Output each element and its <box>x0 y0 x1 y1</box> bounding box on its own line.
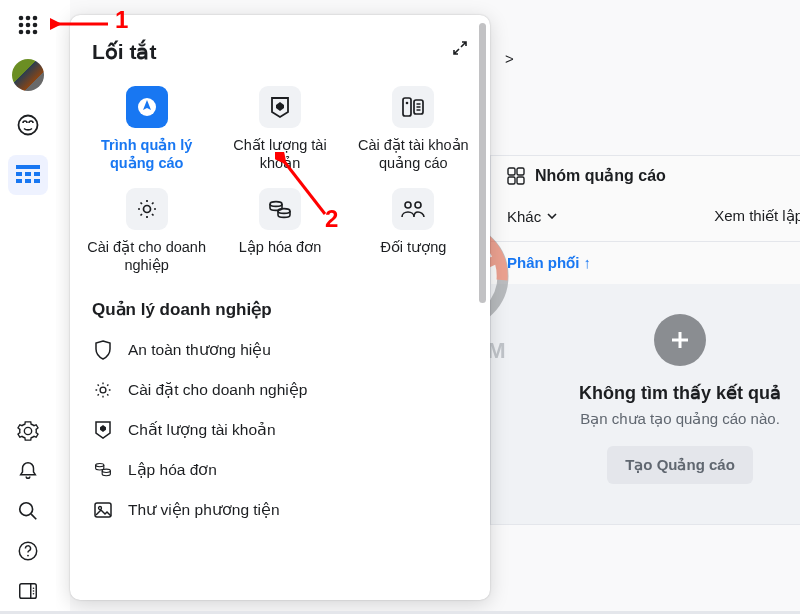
image-icon <box>92 499 114 521</box>
card-title: Nhóm quảng cáo <box>535 166 666 185</box>
svg-line-18 <box>31 514 36 519</box>
svg-point-23 <box>33 587 35 589</box>
list-business-settings[interactable]: Cài đặt cho doanh nghiệp <box>80 370 480 410</box>
svg-point-25 <box>33 593 35 595</box>
caret-down-icon <box>547 213 557 219</box>
panel-title: Lối tắt <box>70 15 490 72</box>
annotation-number-2: 2 <box>325 205 338 233</box>
shield-badge-icon <box>92 419 114 441</box>
sidebar-help[interactable] <box>8 538 48 564</box>
svg-rect-15 <box>25 179 31 183</box>
section-business-management: Quản lý doanh nghiệp <box>70 295 490 330</box>
apps-menu-button[interactable] <box>8 5 48 45</box>
shortcut-business-settings[interactable]: Cài đặt cho doanh nghiệp <box>80 184 213 278</box>
list-brand-safety[interactable]: An toàn thương hiệu <box>80 330 480 370</box>
empty-state: Không tìm thấy kết quả Bạn chưa tạo quản… <box>491 284 800 524</box>
annotation-arrow-1 <box>50 14 112 34</box>
shortcut-label: Trình quản lý quảng cáo <box>87 136 207 172</box>
svg-point-3 <box>19 23 24 28</box>
adset-icon <box>507 167 525 185</box>
svg-point-5 <box>33 23 38 28</box>
svg-rect-34 <box>403 98 411 116</box>
shortcut-ads-manager[interactable]: Trình quản lý quảng cáo <box>80 82 213 176</box>
gear-icon <box>17 420 39 442</box>
svg-point-35 <box>406 102 409 105</box>
sidebar-search[interactable] <box>8 498 48 524</box>
svg-rect-27 <box>517 168 524 175</box>
plus-icon <box>667 327 693 353</box>
annotation-number-1: 1 <box>115 6 128 34</box>
svg-rect-12 <box>25 172 31 176</box>
shortcuts-panel: Lối tắt Trình quản lý quảng cáo Chất lượ… <box>70 15 490 600</box>
svg-point-46 <box>96 463 104 466</box>
shortcut-label: Cài đặt cho doanh nghiệp <box>87 238 207 274</box>
svg-point-1 <box>26 16 31 21</box>
svg-point-24 <box>33 590 35 592</box>
sidebar-gauge[interactable] <box>8 105 48 145</box>
left-sidebar <box>0 0 56 614</box>
svg-point-20 <box>27 555 29 557</box>
svg-rect-11 <box>16 172 22 176</box>
svg-point-9 <box>19 116 38 135</box>
list-label: An toàn thương hiệu <box>128 341 271 359</box>
bell-icon <box>17 460 39 482</box>
empty-subtitle: Bạn chưa tạo quảng cáo nào. <box>515 410 800 428</box>
create-ad-button[interactable]: Tạo Quảng cáo <box>607 446 753 484</box>
svg-rect-10 <box>16 165 40 169</box>
adset-card: Nhóm quảng cáo Khác Xem thiết lập Phân p… <box>490 155 800 525</box>
svg-point-6 <box>19 30 24 35</box>
shortcut-audiences[interactable]: Đối tượng <box>347 184 480 278</box>
svg-rect-13 <box>34 172 40 176</box>
list-label: Lập hóa đơn <box>128 461 217 479</box>
svg-line-51 <box>283 160 325 214</box>
list-account-quality[interactable]: Chất lượng tài khoản <box>80 410 480 450</box>
svg-point-44 <box>415 202 421 208</box>
shield-badge-icon <box>269 95 291 119</box>
gauge-icon <box>16 113 40 137</box>
shortcut-label: Đối tượng <box>380 238 446 256</box>
shortcut-label: Lập hóa đơn <box>239 238 322 256</box>
breadcrumb: > <box>505 50 514 67</box>
toggle-label: Xem thiết lập <box>714 207 800 225</box>
shortcut-ad-account-settings[interactable]: Cài đặt tài khoản quảng cáo <box>347 82 480 176</box>
coins-icon <box>92 459 114 481</box>
list-label: Cài đặt cho doanh nghiệp <box>128 381 307 399</box>
grid-icon <box>17 14 39 36</box>
svg-point-43 <box>405 202 411 208</box>
sidebar-settings[interactable] <box>8 418 48 444</box>
svg-rect-14 <box>16 179 22 183</box>
table-icon <box>16 165 40 185</box>
search-icon <box>17 500 39 522</box>
sidebar-notifications[interactable] <box>8 458 48 484</box>
empty-plus-circle <box>654 314 706 366</box>
svg-point-0 <box>19 16 24 21</box>
shield-icon <box>92 339 114 361</box>
list-label: Chất lượng tài khoản <box>128 421 276 439</box>
sort-column[interactable]: Phân phối ↑ <box>507 254 591 272</box>
gear-icon <box>92 379 114 401</box>
panel-icon <box>17 580 39 602</box>
gear-icon <box>135 197 159 221</box>
svg-point-45 <box>100 387 106 393</box>
svg-point-40 <box>143 206 150 213</box>
account-settings-icon <box>401 96 425 118</box>
svg-rect-16 <box>34 179 40 183</box>
list-media-library[interactable]: Thư viện phương tiện <box>80 490 480 530</box>
svg-point-17 <box>20 503 33 516</box>
svg-rect-48 <box>95 503 111 517</box>
expand-panel-button[interactable] <box>452 40 468 61</box>
empty-title: Không tìm thấy kết quả <box>515 382 800 404</box>
profile-avatar[interactable] <box>8 55 48 95</box>
help-icon <box>17 540 39 562</box>
panel-scrollbar[interactable] <box>479 23 486 303</box>
audience-icon <box>400 199 426 219</box>
card-filter-dropdown[interactable]: Khác <box>507 208 557 225</box>
list-billing[interactable]: Lập hóa đơn <box>80 450 480 490</box>
sidebar-table[interactable] <box>8 155 48 195</box>
svg-point-4 <box>26 23 31 28</box>
compass-icon <box>136 96 158 118</box>
svg-point-8 <box>33 30 38 35</box>
dropdown-label: Khác <box>507 208 541 225</box>
sidebar-collapse[interactable] <box>8 578 48 604</box>
svg-rect-28 <box>508 177 515 184</box>
